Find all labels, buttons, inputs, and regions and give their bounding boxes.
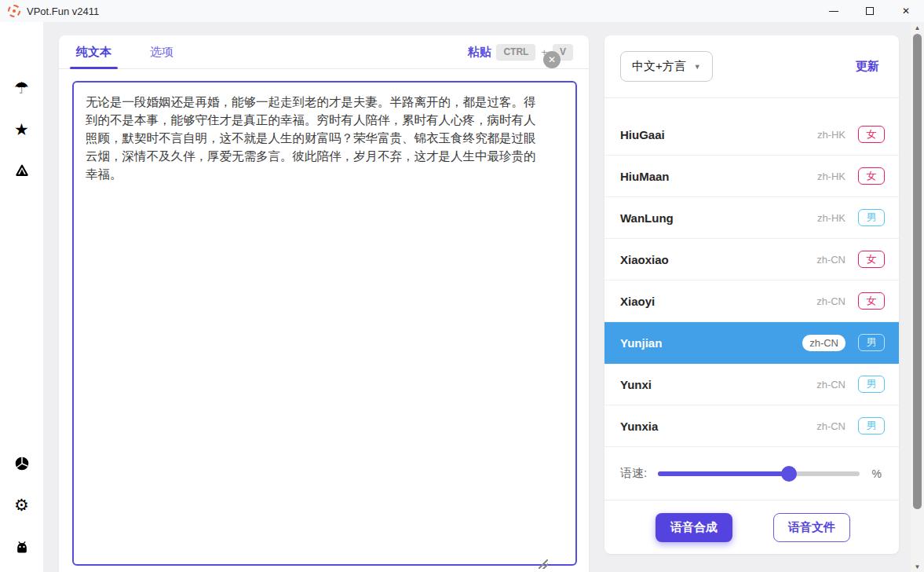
- action-buttons: 语音合成 语音文件: [604, 500, 899, 554]
- maximize-icon: [866, 7, 874, 15]
- key-ctrl-badge: CTRL: [496, 44, 535, 60]
- voice-gender-badge: 女: [858, 292, 885, 310]
- voice-name: Yunxi: [620, 378, 816, 391]
- left-sidebar: ☂ ★ ⚙: [0, 22, 43, 572]
- voice-panel: 中文+方言 ▼ 更新 HiuGaai zh-HK 女 HiuMaan zh-HK…: [604, 35, 899, 554]
- voice-row[interactable]: Yunjian zh-CN 男: [604, 322, 899, 364]
- language-dropdown-value: 中文+方言: [632, 59, 686, 74]
- synthesize-button[interactable]: 语音合成: [656, 513, 732, 542]
- window-scrollbar[interactable]: ▲ ▼: [911, 22, 924, 572]
- rate-label: 语速:: [620, 466, 647, 481]
- paste-button[interactable]: 粘贴: [467, 45, 491, 60]
- chevron-down-icon: ▼: [694, 63, 701, 71]
- robot-icon[interactable]: [0, 535, 43, 559]
- voice-gender-badge: 男: [858, 209, 885, 226]
- voice-name: Yunjian: [620, 336, 802, 350]
- voice-gender-badge: 女: [858, 167, 885, 185]
- voice-list: HiuGaai zh-HK 女 HiuMaan zh-HK 女 WanLung …: [604, 114, 899, 447]
- scroll-down-icon[interactable]: ▼: [911, 561, 924, 572]
- tab-options[interactable]: 选项: [148, 36, 175, 68]
- scroll-up-icon[interactable]: ▲: [911, 22, 924, 33]
- voice-gender-badge: 男: [858, 376, 885, 393]
- voice-locale-badge: zh-HK: [817, 129, 845, 141]
- window-title: VPot.Fun v2411: [27, 6, 99, 17]
- close-button[interactable]: ✕: [888, 0, 924, 22]
- voice-gender-badge: 女: [858, 126, 885, 143]
- voice-locale-badge: zh-CN: [816, 254, 845, 266]
- voice-name: HiuGaai: [620, 128, 817, 141]
- minimize-button[interactable]: —: [816, 0, 852, 22]
- triangle-icon[interactable]: [0, 159, 43, 182]
- tab-plain-text[interactable]: 纯文本: [75, 36, 113, 68]
- voice-row[interactable]: Yunxi zh-CN 男: [604, 364, 899, 405]
- text-input-wrap: 无论是一段婚姻还是再婚，能够一起走到老的才是夫妻。半路离开的，都是过客。得到的不…: [72, 81, 577, 566]
- slider-fill: [658, 471, 789, 476]
- voice-name: Xiaoyi: [620, 295, 816, 308]
- text-input[interactable]: 无论是一段婚姻还是再婚，能够一起走到老的才是夫妻。半路离开的，都是过客。得到的不…: [72, 81, 577, 566]
- voice-locale-badge: zh-CN: [816, 295, 845, 307]
- refresh-voices-link[interactable]: 更新: [856, 59, 879, 74]
- voice-row[interactable]: HiuMaan zh-HK 女: [604, 156, 899, 197]
- voice-row[interactable]: HiuGaai zh-HK 女: [604, 114, 899, 156]
- star-icon[interactable]: ★: [0, 118, 43, 141]
- app-logo-icon: [8, 5, 20, 17]
- voice-gender-badge: 男: [858, 417, 885, 434]
- rate-section: 语速: %: [604, 447, 899, 500]
- gear-icon[interactable]: ⚙: [0, 493, 43, 517]
- voice-row[interactable]: WanLung zh-HK 男: [604, 197, 899, 239]
- rate-slider[interactable]: [658, 466, 859, 482]
- voice-row[interactable]: Xiaoxiao zh-CN 女: [604, 239, 899, 280]
- voice-file-button[interactable]: 语音文件: [773, 513, 850, 542]
- voice-gender-badge: 男: [858, 334, 885, 351]
- voice-row[interactable]: Xiaoyi zh-CN 女: [604, 280, 899, 322]
- editor-panel: 纯文本 选项 粘贴 CTRL + V 无论是一段婚姻还是再婚，能够一起走到老的才…: [59, 35, 589, 572]
- aperture-icon[interactable]: [0, 452, 43, 475]
- voice-name: WanLung: [620, 211, 817, 225]
- voice-locale-badge: zh-HK: [817, 170, 845, 182]
- voice-locale-badge: zh-CN: [816, 420, 845, 432]
- voice-name: Yunxia: [620, 420, 816, 433]
- voice-locale-badge: zh-CN: [802, 335, 845, 351]
- voice-locale-badge: zh-HK: [817, 212, 845, 224]
- voice-locale-badge: zh-CN: [816, 379, 845, 390]
- voice-name: Xiaoxiao: [620, 253, 816, 266]
- umbrella-icon[interactable]: ☂: [0, 76, 43, 100]
- voice-row[interactable]: Yunxia zh-CN 男: [604, 405, 899, 447]
- voice-name: HiuMaan: [620, 170, 817, 183]
- slider-thumb[interactable]: [781, 466, 797, 482]
- voice-panel-header: 中文+方言 ▼ 更新: [604, 35, 899, 98]
- window-controls: — ✕: [816, 0, 924, 22]
- scrollbar-thumb[interactable]: [913, 34, 922, 509]
- maximize-button[interactable]: [852, 0, 888, 22]
- clear-text-icon[interactable]: ✕: [543, 51, 561, 68]
- rate-unit: %: [872, 468, 882, 480]
- language-dropdown[interactable]: 中文+方言 ▼: [620, 51, 713, 82]
- editor-tabbar: 纯文本 选项 粘贴 CTRL + V: [59, 35, 589, 69]
- voice-gender-badge: 女: [858, 251, 885, 268]
- titlebar: VPot.Fun v2411 — ✕: [0, 0, 924, 22]
